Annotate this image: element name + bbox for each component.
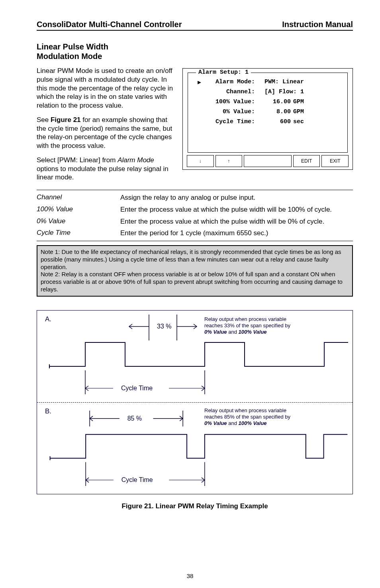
note-box: Note 1: Due to the life expectancy of me… bbox=[37, 245, 353, 297]
timing-svg-a: 33 % Cycle Time bbox=[37, 311, 353, 402]
timing-diagram: A. Relay output when process variable re… bbox=[37, 310, 353, 494]
desc-a-l2: reaches 33% of the span specified by bbox=[204, 323, 290, 328]
lcd-row-0pct: 0% Value: 8.00 GPM bbox=[195, 108, 340, 115]
intro-two-column: Linear PWM Mode is used to create an on/… bbox=[37, 67, 353, 187]
intro-text-column: Linear PWM Mode is used to create an on/… bbox=[37, 67, 175, 187]
desc-b-100pct: 100% Value bbox=[239, 420, 267, 426]
page-number: 38 bbox=[0, 572, 380, 579]
panel-b-description: Relay output when process variable reach… bbox=[204, 407, 290, 427]
def-body: Enter the process value at which the pul… bbox=[120, 217, 353, 226]
desc-a-0pct: 0% Value bbox=[204, 329, 227, 335]
timing-panel-a: A. Relay output when process variable re… bbox=[37, 311, 353, 402]
up-button[interactable]: ↑ bbox=[215, 155, 243, 167]
timing-panel-b: B. Relay output when process variable re… bbox=[37, 402, 353, 494]
lcd-unit: GPM bbox=[291, 98, 315, 105]
lcd-value: 8.00 bbox=[255, 108, 291, 115]
lcd-value: 16.00 bbox=[255, 98, 291, 105]
lcd-legend: Alarm Setup: 1 bbox=[196, 69, 251, 76]
panel-a-description: Relay output when process variable reach… bbox=[204, 316, 290, 336]
intro-para-3: Select [PWM: Linear] from Alarm Mode opt… bbox=[37, 156, 175, 182]
header-left: ConsoliDator Multi-Channel Controller bbox=[37, 20, 182, 29]
lcd-unit: sec bbox=[291, 118, 315, 125]
header-right: Instruction Manual bbox=[282, 20, 353, 29]
intro-para-2: See Figure 21 for an example showing tha… bbox=[37, 116, 175, 150]
lcd-row-cycle-time: Cycle Time: 600 sec bbox=[195, 118, 340, 125]
desc-a-and: and bbox=[227, 329, 239, 335]
desc-b-l1: Relay output when process variable bbox=[204, 407, 286, 413]
exit-button[interactable]: EXIT bbox=[321, 155, 349, 167]
note-1: Note 1: Due to the life expectancy of me… bbox=[41, 248, 341, 270]
def-term: Channel bbox=[37, 193, 120, 202]
pct33-label: 33 % bbox=[157, 323, 171, 330]
cycle-time-label-a: Cycle Time bbox=[121, 385, 153, 391]
p3b: options to modulate the pulse relay sign… bbox=[37, 165, 168, 181]
section-title-line2: Modulation Mode bbox=[37, 52, 102, 61]
def-term: Cycle Time bbox=[37, 229, 120, 238]
definition-list: Channel Assign the relay to any analog o… bbox=[37, 193, 353, 238]
lcd-value-text: PWM: Linear bbox=[264, 79, 304, 85]
def-row: Channel Assign the relay to any analog o… bbox=[37, 193, 353, 202]
lcd-label: Channel: bbox=[195, 88, 255, 95]
divider bbox=[37, 241, 353, 241]
pointer-icon: ▶ bbox=[198, 79, 201, 86]
lcd-row-alarm-mode: ▶ Alarm Mode: PWM: Linear bbox=[195, 79, 340, 85]
page-header: ConsoliDator Multi-Channel Controller In… bbox=[37, 20, 353, 31]
panel-b-letter: B. bbox=[45, 407, 51, 415]
p3a: Select [PWM: Linear] from bbox=[37, 156, 118, 164]
def-term: 0% Value bbox=[37, 217, 120, 226]
intro-para-1: Linear PWM Mode is used to create an on/… bbox=[37, 67, 175, 110]
def-row: 0% Value Enter the process value at whic… bbox=[37, 217, 353, 226]
cycle-time-label-b: Cycle Time bbox=[121, 476, 153, 483]
def-term: 100% Value bbox=[37, 205, 120, 214]
desc-a-l1: Relay output when process variable bbox=[204, 316, 286, 322]
section-title: Linear Pulse Width Modulation Mode bbox=[37, 42, 353, 61]
p2-bold: Figure 21 bbox=[51, 116, 81, 124]
lcd-fieldset: Alarm Setup: 1 ▶ Alarm Mode: PWM: Linear… bbox=[188, 73, 348, 153]
lcd-label: Cycle Time: bbox=[195, 118, 255, 125]
divider bbox=[37, 190, 353, 190]
lcd-unit: GPM bbox=[291, 108, 315, 115]
edit-button[interactable]: EDIT bbox=[293, 155, 320, 167]
p3-italic: Alarm Mode bbox=[118, 156, 154, 164]
lcd-row-channel: Channel: [A] Flow: 1 bbox=[195, 88, 340, 95]
lcd-value-text: [A] Flow: 1 bbox=[264, 88, 304, 95]
def-row: 100% Value Enter the process value at wh… bbox=[37, 205, 353, 214]
p2a: See bbox=[37, 116, 51, 124]
desc-b-and: and bbox=[227, 420, 239, 426]
section-title-line1: Linear Pulse Width bbox=[37, 42, 108, 51]
lcd-label: Alarm Mode: bbox=[195, 79, 255, 85]
timing-svg-b: 85 % Cycle Time bbox=[37, 403, 353, 494]
lcd-value: 600 bbox=[255, 118, 291, 125]
down-button[interactable]: ↓ bbox=[187, 155, 214, 167]
def-body: Enter the period for 1 cycle (maximum 65… bbox=[120, 229, 353, 238]
lcd-label: 0% Value: bbox=[195, 108, 255, 115]
lcd-button-row: ↓ ↑ EDIT EXIT bbox=[187, 155, 349, 167]
lcd-label: 100% Value: bbox=[195, 98, 255, 105]
note-2: Note 2: Relay is a constant OFF when pro… bbox=[41, 271, 343, 293]
figure-caption: Figure 21. Linear PWM Relay Timing Examp… bbox=[37, 502, 353, 510]
def-body: Assign the relay to any analog or pulse … bbox=[120, 193, 353, 202]
blank-button[interactable] bbox=[244, 155, 292, 167]
panel-a-letter: A. bbox=[45, 315, 51, 323]
desc-b-l2: reaches 85% of the span specified by bbox=[204, 414, 290, 420]
pct85-label: 85 % bbox=[127, 415, 142, 421]
desc-a-100pct: 100% Value bbox=[239, 329, 267, 335]
lcd-row-100pct: 100% Value: 16.00 GPM bbox=[195, 98, 340, 105]
def-body: Enter the process value at which the pul… bbox=[120, 205, 353, 214]
lcd-screen: Alarm Setup: 1 ▶ Alarm Mode: PWM: Linear… bbox=[182, 68, 353, 170]
desc-b-0pct: 0% Value bbox=[204, 420, 227, 426]
lcd-column: Alarm Setup: 1 ▶ Alarm Mode: PWM: Linear… bbox=[182, 67, 353, 187]
def-row: Cycle Time Enter the period for 1 cycle … bbox=[37, 229, 353, 238]
